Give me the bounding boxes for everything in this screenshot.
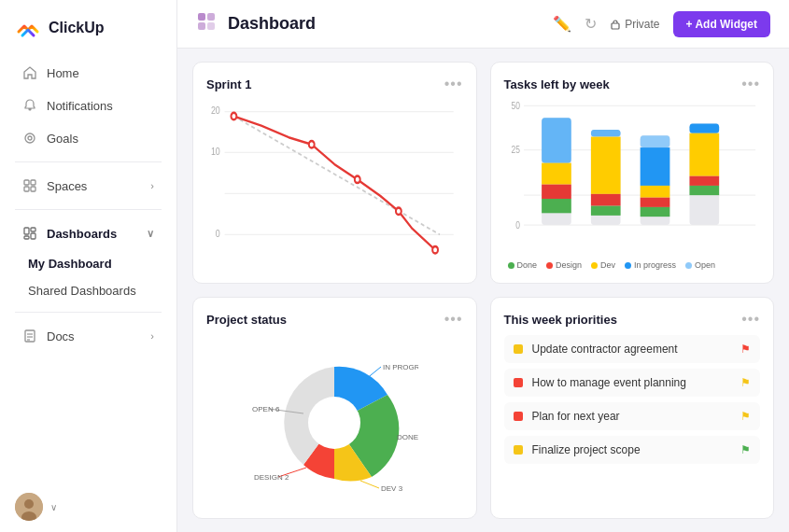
header-actions: ✏️ ↻ Private + Add Widget xyxy=(553,11,770,37)
home-icon xyxy=(22,65,37,80)
tasks-week-widget: Tasks left by week ••• 50 25 0 xyxy=(490,62,775,284)
sprint-widget-header: Sprint 1 ••• xyxy=(206,76,463,92)
priority-dot-2 xyxy=(514,412,523,421)
svg-rect-3 xyxy=(31,180,35,185)
svg-point-34 xyxy=(432,246,438,254)
spaces-label: Spaces xyxy=(47,179,87,193)
svg-rect-54 xyxy=(640,147,669,186)
spaces-icon xyxy=(22,178,37,193)
logo[interactable]: ClickUp xyxy=(0,0,176,52)
open-label: Open xyxy=(695,260,715,270)
svg-text:50: 50 xyxy=(511,101,519,111)
svg-line-64 xyxy=(360,481,379,488)
private-button[interactable]: Private xyxy=(610,18,659,31)
add-widget-button[interactable]: + Add Widget xyxy=(673,11,770,37)
sidebar-item-spaces[interactable]: Spaces › xyxy=(7,170,169,202)
sidebar: ClickUp Home Notifications Goals xyxy=(0,0,177,532)
docs-chevron: › xyxy=(150,330,154,342)
svg-rect-55 xyxy=(640,186,669,198)
sprint-chart: 20 10 0 xyxy=(206,100,463,270)
main-content: Dashboard ✏️ ↻ Private + Add Widget Spri… xyxy=(177,0,789,532)
sidebar-item-home[interactable]: Home xyxy=(7,57,169,89)
priority-dot-0 xyxy=(514,344,523,354)
tasks-week-title: Tasks left by week xyxy=(504,77,610,91)
sprint-menu[interactable]: ••• xyxy=(444,76,463,92)
notifications-label: Notifications xyxy=(47,99,113,113)
svg-text:0: 0 xyxy=(515,220,520,231)
tasks-week-body: 50 25 0 xyxy=(504,100,761,270)
svg-rect-6 xyxy=(24,228,29,234)
sidebar-item-goals[interactable]: Goals xyxy=(7,122,169,154)
design-label: Design xyxy=(556,260,582,270)
refresh-icon[interactable]: ↻ xyxy=(585,15,597,33)
project-status-header: Project status ••• xyxy=(206,311,463,328)
svg-rect-62 xyxy=(689,186,719,195)
svg-rect-57 xyxy=(640,207,669,217)
svg-rect-61 xyxy=(689,176,719,186)
svg-rect-19 xyxy=(198,22,205,30)
priorities-header: This week priorities ••• xyxy=(504,311,761,328)
svg-text:IN PROGRESS 5: IN PROGRESS 5 xyxy=(383,363,418,371)
shared-dashboards-label: Shared Dashboards xyxy=(28,284,136,298)
done-label: Done xyxy=(517,260,538,270)
svg-point-30 xyxy=(231,113,236,120)
svg-point-1 xyxy=(28,136,32,140)
spaces-chevron: › xyxy=(150,180,154,191)
priorities-list: Update contractor agreement ⚑ How to man… xyxy=(504,335,761,505)
dashboard-header-icon xyxy=(196,11,217,36)
svg-text:DEV 3: DEV 3 xyxy=(381,484,403,493)
priority-text-1: How to manage event planning xyxy=(532,376,732,389)
priority-text-3: Finalize project scope xyxy=(532,443,732,456)
sidebar-item-docs[interactable]: Docs › xyxy=(7,320,169,352)
project-status-title: Project status xyxy=(206,313,287,327)
svg-rect-4 xyxy=(24,187,29,191)
sprint-widget: Sprint 1 ••• 20 10 0 xyxy=(192,62,477,284)
tasks-week-header: Tasks left by week ••• xyxy=(504,76,761,92)
svg-rect-2 xyxy=(24,180,29,185)
legend-dev: Dev xyxy=(591,260,615,270)
svg-rect-9 xyxy=(24,236,29,239)
sidebar-item-shared-dashboards[interactable]: Shared Dashboards xyxy=(0,277,176,304)
dev-label: Dev xyxy=(600,260,615,270)
priority-text-0: Update contractor agreement xyxy=(532,343,732,356)
svg-point-15 xyxy=(24,499,34,509)
svg-rect-49 xyxy=(590,137,620,194)
priority-dot-3 xyxy=(514,445,523,455)
priority-item-3: Finalize project scope ⚑ xyxy=(504,436,761,464)
svg-text:0: 0 xyxy=(216,228,220,239)
priorities-title: This week priorities xyxy=(504,313,617,327)
avatar-image xyxy=(15,493,43,521)
header: Dashboard ✏️ ↻ Private + Add Widget xyxy=(177,0,789,49)
svg-rect-56 xyxy=(640,198,669,207)
svg-text:20: 20 xyxy=(211,105,220,116)
svg-text:DONE 5: DONE 5 xyxy=(397,433,418,441)
svg-rect-48 xyxy=(590,130,620,137)
sidebar-item-notifications[interactable]: Notifications xyxy=(7,90,169,121)
avatar xyxy=(15,493,43,521)
avatar-chevron: ∨ xyxy=(50,502,57,512)
sidebar-item-my-dashboard[interactable]: My Dashboard xyxy=(0,250,176,277)
project-status-menu[interactable]: ••• xyxy=(444,311,463,328)
svg-point-0 xyxy=(25,133,35,143)
tasks-week-menu[interactable]: ••• xyxy=(741,76,760,92)
svg-point-32 xyxy=(355,176,360,184)
done-dot xyxy=(508,262,514,269)
bar-chart-svg: 50 25 0 xyxy=(504,100,761,255)
page-title: Dashboard xyxy=(228,14,542,34)
sidebar-nav: Home Notifications Goals Spaces › xyxy=(0,52,176,482)
legend-design: Design xyxy=(546,260,582,270)
app-name: ClickUp xyxy=(49,20,105,36)
svg-point-63 xyxy=(308,397,360,449)
priority-dot-1 xyxy=(514,378,523,387)
user-avatar-area[interactable]: ∨ xyxy=(0,482,176,532)
sidebar-item-dashboards[interactable]: Dashboards ∨ xyxy=(7,217,169,249)
svg-rect-60 xyxy=(689,133,719,176)
edit-icon[interactable]: ✏️ xyxy=(553,15,571,33)
inprogress-label: In progress xyxy=(634,260,676,270)
svg-rect-5 xyxy=(31,187,35,191)
priority-item-1: How to manage event planning ⚑ xyxy=(504,369,761,397)
priorities-menu[interactable]: ••• xyxy=(741,311,760,328)
priority-flag-2: ⚑ xyxy=(740,410,751,423)
svg-rect-43 xyxy=(542,118,571,163)
priority-item-2: Plan for next year ⚑ xyxy=(504,402,761,430)
